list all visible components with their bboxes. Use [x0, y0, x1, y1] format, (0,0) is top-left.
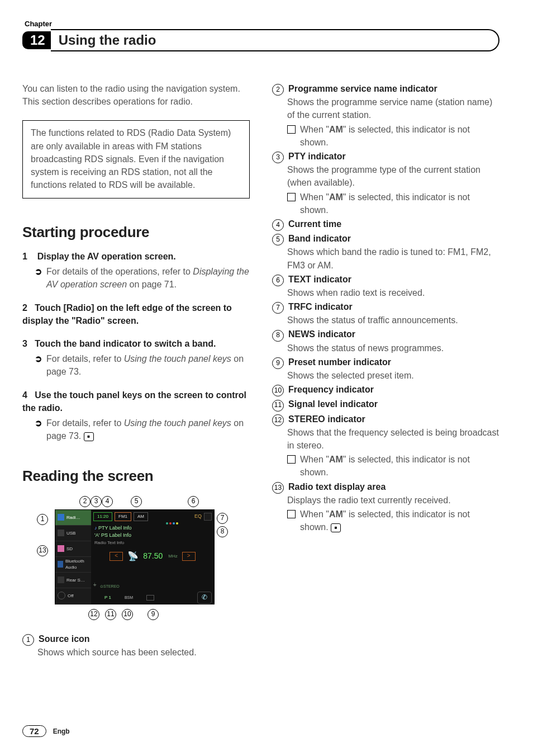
power-icon: [58, 592, 65, 599]
preset-number: P 1: [104, 594, 111, 601]
def-12: 12 STEREO indicator: [272, 413, 499, 426]
def-4: 4 Current time: [272, 218, 499, 231]
callout-10: 10: [122, 608, 133, 620]
def-7: 7 TRFC indicator: [272, 300, 499, 314]
source-bluetooth[interactable]: Bluetooth Audio: [55, 557, 91, 573]
source-off[interactable]: Off: [55, 588, 91, 604]
def-13-number: 13: [272, 482, 284, 494]
def-4-title: Current time: [288, 218, 341, 230]
def-8: 8 NEWS indicator: [272, 328, 499, 341]
step-3-number: 3: [22, 339, 27, 348]
def-7-body: Shows the status of traffic announcement…: [272, 314, 499, 327]
page-number: 72: [22, 725, 46, 737]
source-usb[interactable]: USB: [55, 526, 91, 541]
section-end-icon: [331, 523, 341, 532]
am-band-chip[interactable]: AM: [134, 512, 148, 521]
page-title: Using the radio: [51, 29, 499, 51]
bluetooth-icon: [58, 561, 63, 568]
step-4-sub-italic: Using the touch panel keys: [124, 418, 231, 428]
def-2-note: When "AM" is selected, this indicator is…: [272, 123, 499, 149]
radio-main-area: 11:20 FM1 AM EQ: [91, 510, 214, 604]
def-2-title: Programme service name indicator: [288, 82, 437, 95]
callout-13: 13: [37, 544, 48, 556]
def-2-body: Shows the programme service name (statio…: [272, 96, 499, 121]
def-3: 3 PTY indicator: [272, 150, 499, 163]
fm-band-chip[interactable]: FM1: [115, 512, 131, 521]
right-column: 2 Programme service name indicator Shows…: [272, 82, 499, 660]
def-10-number: 10: [272, 385, 284, 396]
rds-note-box: The functions related to RDS (Radio Data…: [22, 120, 250, 199]
status-dot-icon: [173, 522, 175, 525]
sd-icon: [58, 545, 64, 552]
frequency-value: 87.50: [143, 550, 163, 561]
list-button[interactable]: [146, 595, 154, 601]
def-3-number: 3: [272, 152, 284, 163]
step-1-sub-suffix: on page 71.: [127, 280, 177, 289]
pty-icon: ♪: [94, 525, 97, 531]
def-5: 5 Band indicator: [272, 232, 499, 245]
chapter-number: 12: [22, 31, 51, 50]
clock-chip: 11:20: [93, 512, 112, 521]
radio-text-label: Radio Text Info: [94, 540, 214, 546]
title-row: 12 Using the radio: [22, 29, 499, 51]
status-dot-icon: [166, 522, 168, 525]
step-1-sub-text: For details of the operations, refer to …: [46, 265, 250, 291]
def-7-title: TRFC indicator: [288, 300, 353, 313]
def-3-body: Shows the programme type of the current …: [272, 163, 499, 189]
arrow-bullet-icon: ➲: [35, 352, 42, 365]
def-3-note: When "AM" is selected, this indicator is…: [272, 191, 499, 216]
def-5-title: Band indicator: [288, 232, 351, 245]
eq-icon[interactable]: EQ: [194, 513, 202, 520]
bsm-button[interactable]: BSM: [125, 595, 133, 601]
heading-reading-the-screen: Reading the screen: [22, 466, 250, 487]
radio-screen: Radi… USB SD Bluetooth Audio Rear S… Off…: [55, 509, 215, 604]
def-1-body: Shows which source has been selected.: [22, 646, 250, 659]
step-3-sub-text: For details, refer to Using the touch pa…: [46, 352, 250, 378]
def-9: 9 Preset number indicator: [272, 356, 499, 369]
status-dot-icon: [169, 522, 172, 525]
callout-7: 7: [217, 512, 228, 524]
ps-label: 'A' PS Label Info: [94, 532, 214, 540]
step-3-sub: ➲ For details, refer to Using the touch …: [22, 352, 250, 378]
def-13-title: Radio text display area: [288, 480, 386, 493]
step-1-title: Display the AV operation screen.: [37, 252, 176, 261]
def-9-body: Shows the selected preset item.: [272, 369, 499, 382]
step-4-sub-prefix: For details, refer to: [46, 418, 124, 428]
note-box-icon: [287, 193, 296, 201]
def-2: 2 Programme service name indicator: [272, 82, 499, 96]
usb-icon: [58, 530, 64, 536]
pty-label: PTY Label Info: [98, 525, 131, 531]
seek-down-button[interactable]: <: [110, 552, 123, 561]
step-3-sub-italic: Using the touch panel keys: [124, 354, 231, 363]
seek-up-button[interactable]: >: [182, 552, 196, 561]
def-6-number: 6: [272, 275, 284, 286]
callout-12: 12: [88, 608, 99, 620]
step-4-title: Use the touch panel keys on the screen t…: [22, 390, 246, 413]
language-code: Engb: [53, 727, 70, 735]
source-rear[interactable]: Rear S…: [55, 573, 91, 588]
callout-5: 5: [131, 495, 142, 507]
def-4-number: 4: [272, 219, 284, 231]
def-5-body: Shows which band the radio is tuned to: …: [272, 245, 499, 271]
def-12-body: Shows that the frequency selected is bei…: [272, 426, 499, 452]
def-11: 11 Signal level indicator: [272, 398, 499, 411]
def-1-title: Source icon: [39, 632, 90, 645]
def-2-number: 2: [272, 84, 284, 96]
def-8-title: NEWS indicator: [288, 328, 355, 341]
chapter-label: Chapter: [25, 20, 499, 28]
source-radio[interactable]: Radi…: [55, 510, 91, 526]
phone-button[interactable]: ✆: [197, 592, 212, 604]
arrow-bullet-icon: ➲: [35, 265, 42, 278]
def-10: 10 Frequency indicator: [272, 383, 499, 396]
step-3: 3 Touch the band indicator to switch a b…: [22, 337, 250, 350]
step-4-sub-text: For details, refer to Using the touch pa…: [46, 417, 250, 442]
source-sd[interactable]: SD: [55, 541, 91, 557]
speaker-icon[interactable]: [204, 513, 212, 521]
step-1: 1 Display the AV operation screen.: [22, 250, 250, 263]
step-1-sub: ➲ For details of the operations, refer t…: [22, 265, 250, 291]
status-dot-icon: [176, 522, 178, 525]
frequency-unit: MHz: [168, 553, 177, 560]
step-1-number: 1: [22, 252, 27, 261]
stereo-indicator: ⊙STEREO: [100, 584, 120, 589]
left-column: You can listen to the radio using the na…: [22, 82, 250, 660]
